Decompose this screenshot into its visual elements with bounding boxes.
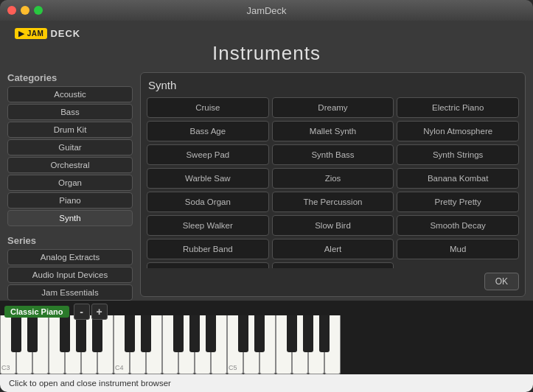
categories-list: AcousticBassDrum KitGuitarOrchestralOrga… bbox=[7, 86, 133, 226]
sidebar-series-item[interactable]: Audio Input Devices bbox=[7, 267, 133, 283]
window-title: JamDeck bbox=[246, 5, 286, 16]
instrument-button[interactable]: Smooth Decay bbox=[397, 215, 519, 236]
instrument-button[interactable]: Mallet Synth bbox=[272, 121, 394, 141]
sidebar-category-item[interactable]: Bass bbox=[7, 104, 133, 120]
instrument-button[interactable]: Synth Bass bbox=[272, 144, 394, 165]
instrument-panel: Synth CruiseDreamyElectric PianoBass Age… bbox=[140, 72, 526, 297]
sidebar: Categories AcousticBassDrum KitGuitarOrc… bbox=[7, 72, 133, 297]
status-text: Click to open and close instrument brows… bbox=[9, 379, 171, 388]
sidebar-category-item[interactable]: Piano bbox=[7, 192, 133, 209]
sidebar-category-item[interactable]: Synth bbox=[7, 210, 133, 226]
black-key[interactable] bbox=[141, 315, 151, 352]
page-title-bar: ▶ JAM DECK Instruments bbox=[0, 21, 533, 72]
sidebar-series-item[interactable]: Jam Essentials bbox=[7, 284, 133, 301]
page-title: Instruments bbox=[15, 42, 518, 65]
instrument-button[interactable]: Electric Piano bbox=[397, 97, 519, 118]
instrument-button[interactable]: Sleep Walker bbox=[147, 215, 269, 236]
main-content: ▶ JAM DECK Instruments Categories Acoust… bbox=[0, 21, 533, 374]
instrument-button[interactable]: Slow Bird bbox=[272, 215, 394, 236]
titlebar: JamDeck bbox=[0, 0, 533, 21]
instrument-button[interactable]: Synth Strings bbox=[397, 144, 519, 165]
piano-controls: Classic Piano - + bbox=[0, 301, 114, 323]
minimize-button[interactable] bbox=[21, 6, 29, 15]
series-list: Analog ExtractsAudio Input DevicesJam Es… bbox=[7, 249, 133, 301]
series-section: Series Analog ExtractsAudio Input Device… bbox=[7, 235, 133, 301]
black-key[interactable] bbox=[319, 315, 330, 352]
instrument-grid: CruiseDreamyElectric PianoBass AgeMallet… bbox=[147, 97, 519, 268]
sidebar-category-item[interactable]: Organ bbox=[7, 175, 133, 191]
instrument-button[interactable]: Robo Pad bbox=[272, 262, 394, 268]
black-key[interactable] bbox=[189, 315, 200, 352]
instrument-button[interactable]: Dreamy bbox=[272, 97, 394, 118]
instrument-button[interactable]: The Percussion bbox=[272, 192, 394, 212]
logo-badge: ▶ JAM bbox=[15, 28, 47, 39]
instrument-button[interactable]: Alert bbox=[272, 239, 394, 259]
piano-octave: C5 bbox=[227, 315, 341, 374]
instrument-button[interactable]: Bass Age bbox=[147, 121, 269, 141]
instrument-button[interactable]: Zios bbox=[272, 168, 394, 189]
black-key[interactable] bbox=[125, 315, 135, 352]
instrument-button[interactable]: Cruise bbox=[147, 97, 269, 118]
piano-area: Classic Piano - + C3C4C5 bbox=[0, 301, 533, 374]
traffic-lights bbox=[7, 6, 43, 15]
piano-label: Classic Piano bbox=[4, 306, 69, 318]
body-area: Categories AcousticBassDrum KitGuitarOrc… bbox=[0, 72, 533, 301]
black-key[interactable] bbox=[254, 315, 265, 352]
app-window: JamDeck ▶ JAM DECK Instruments Categorie… bbox=[0, 0, 533, 392]
instrument-button[interactable]: Mud bbox=[397, 239, 519, 259]
close-button[interactable] bbox=[7, 6, 16, 15]
status-bar: Click to open and close instrument brows… bbox=[0, 374, 533, 392]
sidebar-category-item[interactable]: Guitar bbox=[7, 139, 133, 155]
jamdeck-logo: ▶ JAM DECK bbox=[15, 28, 518, 39]
black-key[interactable] bbox=[206, 315, 216, 352]
instrument-button[interactable]: Pretty Pretty bbox=[397, 192, 519, 212]
black-key[interactable] bbox=[173, 315, 184, 352]
black-key[interactable] bbox=[303, 315, 313, 352]
sidebar-series-item[interactable]: Analog Extracts bbox=[7, 249, 133, 265]
instrument-button[interactable]: Sparks bbox=[147, 262, 269, 268]
maximize-button[interactable] bbox=[34, 6, 43, 15]
sidebar-category-item[interactable]: Orchestral bbox=[7, 157, 133, 173]
instrument-button[interactable]: Nylon Atmosphere bbox=[397, 121, 519, 141]
piano-plus-button[interactable]: + bbox=[91, 304, 108, 320]
instrument-button[interactable]: Warble Saw bbox=[147, 168, 269, 189]
logo-text: DECK bbox=[50, 28, 80, 39]
series-label: Series bbox=[7, 235, 133, 246]
instrument-button[interactable]: Rubber Band bbox=[147, 239, 269, 259]
sidebar-category-item[interactable]: Drum Kit bbox=[7, 122, 133, 138]
piano-octave: C4 bbox=[114, 315, 227, 374]
instrument-button[interactable]: Banana Kombat bbox=[397, 168, 519, 189]
instrument-button[interactable]: Soda Organ bbox=[147, 192, 269, 212]
instrument-button[interactable]: Sweep Pad bbox=[147, 144, 269, 165]
piano-minus-button[interactable]: - bbox=[74, 304, 90, 320]
keys-container: C3C4C5 bbox=[0, 315, 533, 374]
categories-section: Categories AcousticBassDrum KitGuitarOrc… bbox=[7, 72, 133, 226]
instrument-panel-title: Synth bbox=[147, 79, 519, 91]
black-key[interactable] bbox=[287, 315, 297, 352]
sidebar-category-item[interactable]: Acoustic bbox=[7, 86, 133, 102]
piano-octave: C3 bbox=[0, 315, 114, 374]
black-key[interactable] bbox=[238, 315, 248, 352]
panel-footer: OK bbox=[147, 268, 519, 290]
ok-button[interactable]: OK bbox=[484, 273, 519, 290]
categories-label: Categories bbox=[7, 72, 133, 83]
